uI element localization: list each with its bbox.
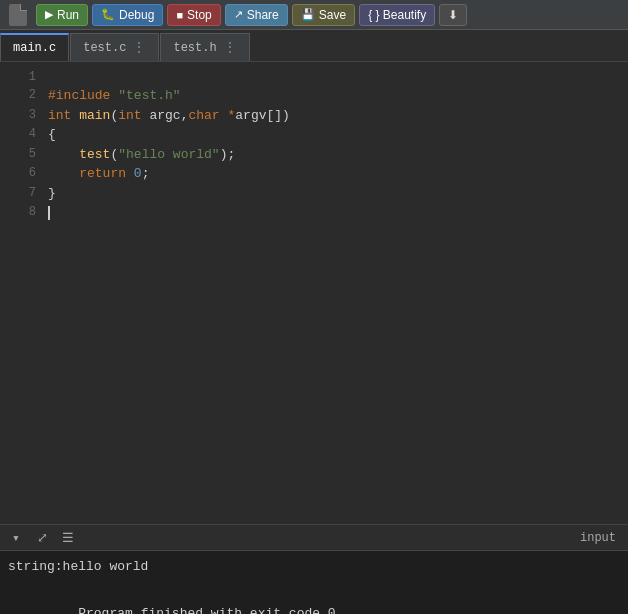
- console-line-status: ...Program finished with exit code 0: [8, 585, 620, 615]
- run-icon: ▶: [45, 8, 53, 21]
- tab-test-h-label: test.h: [173, 41, 216, 55]
- tab-test-c-label: test.c: [83, 41, 126, 55]
- tab-test-h-menu[interactable]: ⋮: [223, 41, 237, 55]
- code-line-7: 7 }: [0, 184, 628, 204]
- tab-main-c[interactable]: main.c: [0, 33, 69, 61]
- line-num-2: 2: [8, 86, 36, 106]
- beautify-button[interactable]: { } Beautify: [359, 4, 435, 26]
- run-label: Run: [57, 8, 79, 22]
- console-status-text: ...Program finished with exit code 0: [55, 606, 336, 614]
- tab-test-c-menu[interactable]: ⋮: [132, 41, 146, 55]
- line-num-5: 5: [8, 145, 36, 165]
- code-line-4: 4 {: [0, 125, 628, 145]
- code-line-5: 5 test("hello world");: [0, 145, 628, 165]
- save-label: Save: [319, 8, 346, 22]
- line-num-7: 7: [8, 184, 36, 204]
- line-num-8: 8: [8, 203, 36, 223]
- terminal-icon[interactable]: ☰: [58, 528, 78, 548]
- console-output-area: string:hello world ...Program finished w…: [0, 551, 628, 614]
- debug-label: Debug: [119, 8, 154, 22]
- code-line-1: 1: [0, 68, 628, 86]
- file-icon-area: [4, 1, 32, 29]
- line-content-3: int main(int argc,char *argv[]): [48, 106, 290, 126]
- code-line-6: 6 return 0;: [0, 164, 628, 184]
- console-line-output: string:hello world: [8, 557, 620, 577]
- stop-label: Stop: [187, 8, 212, 22]
- line-num-4: 4: [8, 125, 36, 145]
- file-icon: [9, 4, 27, 26]
- share-button[interactable]: ↗ Share: [225, 4, 288, 26]
- download-icon: ⬇: [448, 8, 458, 22]
- stop-icon: ■: [176, 9, 183, 21]
- bottom-toolbar: ▾ ⤢ ☰ input: [0, 525, 628, 551]
- save-button[interactable]: 💾 Save: [292, 4, 355, 26]
- code-line-3: 3 int main(int argc,char *argv[]): [0, 106, 628, 126]
- line-content-4: {: [48, 125, 56, 145]
- line-content-6: return 0;: [48, 164, 149, 184]
- bottom-panel: ▾ ⤢ ☰ input string:hello world ...Progra…: [0, 524, 628, 614]
- beautify-label: { } Beautify: [368, 8, 426, 22]
- line-content-8: [48, 203, 50, 223]
- tab-test-c[interactable]: test.c ⋮: [70, 33, 159, 61]
- toolbar: ▶ Run 🐛 Debug ■ Stop ↗ Share 💾 Save { } …: [0, 0, 628, 30]
- code-line-2: 2 #include "test.h": [0, 86, 628, 106]
- tab-main-c-label: main.c: [13, 41, 56, 55]
- stop-button[interactable]: ■ Stop: [167, 4, 220, 26]
- line-num-3: 3: [8, 106, 36, 126]
- expand-icon[interactable]: ⤢: [32, 528, 52, 548]
- download-button[interactable]: ⬇: [439, 4, 467, 26]
- line-num-1: 1: [8, 68, 36, 86]
- line-content-2: #include "test.h": [48, 86, 181, 106]
- save-icon: 💾: [301, 8, 315, 21]
- line-num-6: 6: [8, 164, 36, 184]
- line-content-5: test("hello world");: [48, 145, 235, 165]
- run-button[interactable]: ▶ Run: [36, 4, 88, 26]
- line-content-7: }: [48, 184, 56, 204]
- debug-icon: 🐛: [101, 8, 115, 21]
- code-line-8: 8: [0, 203, 628, 223]
- tabs-bar: main.c test.c ⋮ test.h ⋮: [0, 30, 628, 62]
- code-editor[interactable]: 1 2 #include "test.h" 3 int main(int arg…: [0, 62, 628, 524]
- tab-test-h[interactable]: test.h ⋮: [160, 33, 249, 61]
- share-label: Share: [247, 8, 279, 22]
- chevron-down-icon[interactable]: ▾: [6, 528, 26, 548]
- input-label: input: [580, 531, 622, 545]
- debug-button[interactable]: 🐛 Debug: [92, 4, 163, 26]
- share-icon: ↗: [234, 8, 243, 21]
